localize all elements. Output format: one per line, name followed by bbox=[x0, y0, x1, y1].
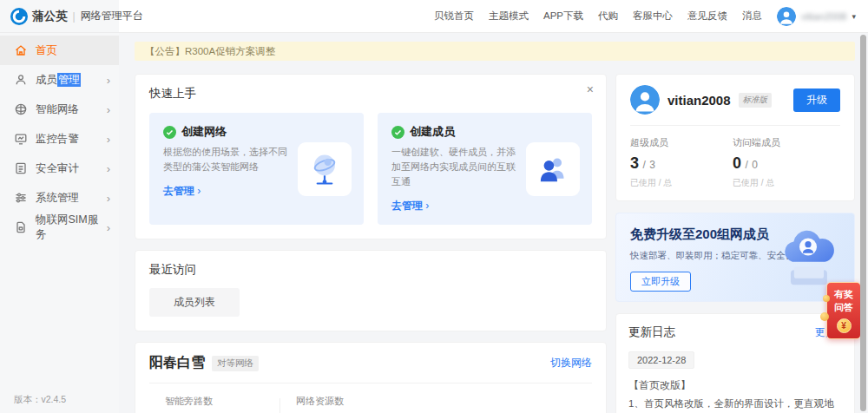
nav-oray-home[interactable]: 贝锐首页 bbox=[434, 10, 474, 23]
nav-theme-mode[interactable]: 主题模式 bbox=[489, 10, 529, 23]
chevron-right-icon: › bbox=[107, 163, 110, 174]
sidebar-item-label: 物联网SIM服务 bbox=[36, 213, 107, 242]
changelog-title: 更新日志 bbox=[628, 324, 675, 340]
version-label: 版本：v2.4.5 bbox=[14, 394, 66, 406]
nav-messages[interactable]: 消息 bbox=[742, 10, 762, 23]
sidebar-item-iot-sim[interactable]: 物联网SIM服务 › bbox=[0, 213, 119, 242]
recent-visits-card: 最近访问 成员列表 bbox=[135, 250, 607, 331]
prize-quiz-widget[interactable]: 有奖 问答 ¥ bbox=[826, 282, 861, 339]
prize-quiz-label: 有奖 bbox=[830, 288, 858, 301]
sidebar: 首页 成员管理 › 智能网络 › 监控告警 › 安全 bbox=[0, 33, 119, 413]
home-icon bbox=[14, 43, 28, 57]
stat-smart-bypass: 智能旁路数 0 bbox=[165, 395, 279, 413]
changelog-date: 2022-12-28 bbox=[628, 351, 694, 369]
audit-icon bbox=[14, 161, 28, 175]
account-card: vitian2008 标准版 升级 超级成员 3 / 3 已使用 / 总 访问端… bbox=[615, 74, 855, 201]
close-icon[interactable]: × bbox=[587, 83, 594, 95]
top-bar: 蒲公英 | 网络管理平台 贝锐首页 主题模式 APP下载 代购 客服中心 意见反… bbox=[0, 0, 868, 33]
sliders-icon bbox=[14, 191, 28, 205]
account-avatar bbox=[630, 85, 660, 115]
user-menu[interactable]: vitian2008 ▾ bbox=[777, 7, 856, 26]
logo[interactable]: 蒲公英 | 网络管理平台 bbox=[0, 0, 119, 32]
chevron-right-icon: › bbox=[107, 222, 110, 233]
upgrade-button[interactable]: 升级 bbox=[793, 88, 840, 112]
changelog-section: 【首页改版】 bbox=[628, 378, 842, 393]
main-content: 【公告】R300A促销方案调整 快速上手 × bbox=[119, 33, 868, 413]
upgrade-now-button[interactable]: 立即升级 bbox=[630, 272, 691, 292]
chevron-right-icon: › bbox=[107, 193, 110, 204]
prize-quiz-label: 问答 bbox=[830, 301, 858, 314]
product-name: 网络管理平台 bbox=[81, 9, 143, 23]
sidebar-item-smart-network[interactable]: 智能网络 › bbox=[0, 95, 119, 124]
chevron-right-icon: › bbox=[107, 134, 110, 145]
scrollbar-thumb[interactable] bbox=[860, 35, 866, 411]
quickstart-title: 快速上手 bbox=[149, 86, 592, 102]
top-nav: 贝锐首页 主题模式 APP下载 代购 客服中心 意见反馈 消息 vitian20… bbox=[434, 7, 868, 26]
network-illustration bbox=[298, 142, 352, 196]
upgrade-promo-banner[interactable]: 免费升级至200组网成员 快速部署、即装即用；稳定可靠、安全合规 立即升级 bbox=[615, 213, 855, 302]
brand-divider: | bbox=[73, 10, 76, 23]
account-username: vitian2008 bbox=[667, 93, 731, 108]
stat-client-members: 访问端成员 0 / 0 已使用 / 总 bbox=[733, 136, 835, 189]
go-manage-link[interactable]: 去管理 › bbox=[391, 200, 429, 212]
right-column: vitian2008 标准版 升级 超级成员 3 / 3 已使用 / 总 访问端… bbox=[615, 74, 855, 413]
switch-network-link[interactable]: 切换网络 bbox=[550, 356, 592, 370]
app-root: 蒲公英 | 网络管理平台 贝锐首页 主题模式 APP下载 代购 客服中心 意见反… bbox=[0, 0, 868, 413]
quickstart-create-network[interactable]: 创建网络 根据您的使用场景，选择不同类型的蒲公英智能网络 去管理 › bbox=[149, 113, 364, 225]
recent-item-member-list[interactable]: 成员列表 bbox=[149, 288, 240, 317]
network-icon bbox=[14, 102, 28, 116]
coin-icon bbox=[823, 295, 830, 302]
chevron-down-icon: ▾ bbox=[852, 12, 856, 21]
stat-network-resources: 网络资源数 0 bbox=[280, 395, 395, 413]
quickstart-item-desc: 一键创建软、硬件成员，并添加至网络内实现成员间的互联互通 bbox=[391, 145, 517, 189]
announcement-text: 【公告】R300A促销方案调整 bbox=[145, 45, 275, 58]
stat-super-members: 超级成员 3 / 3 已使用 / 总 bbox=[630, 136, 733, 189]
user-avatar bbox=[777, 7, 796, 26]
quickstart-item-title: 创建网络 bbox=[181, 124, 227, 140]
sidebar-item-label: 首页 bbox=[36, 43, 57, 58]
quickstart-create-member[interactable]: 创建成员 一键创建软、硬件成员，并添加至网络内实现成员间的互联互通 去管理 › bbox=[378, 113, 592, 225]
sidebar-item-label: 监控告警 bbox=[36, 132, 79, 147]
sidebar-item-label: 安全审计 bbox=[36, 161, 79, 176]
sidebar-item-label: 成员管理 bbox=[36, 73, 81, 88]
nav-support-center[interactable]: 客服中心 bbox=[633, 10, 673, 23]
brand-name: 蒲公英 bbox=[32, 9, 68, 24]
check-circle-icon bbox=[391, 126, 404, 139]
chevron-right-icon: › bbox=[107, 104, 110, 115]
quickstart-item-desc: 根据您的使用场景，选择不同类型的蒲公英智能网络 bbox=[163, 145, 289, 174]
chevron-right-icon: › bbox=[107, 75, 110, 86]
go-manage-link[interactable]: 去管理 › bbox=[163, 185, 201, 197]
brand-logo-icon bbox=[10, 8, 28, 25]
text-selection-highlight: 管理 bbox=[57, 73, 81, 87]
chevron-right-icon: › bbox=[425, 200, 429, 212]
sidebar-item-home[interactable]: 首页 bbox=[0, 36, 119, 65]
chevron-right-icon: › bbox=[197, 185, 201, 197]
sim-card-icon bbox=[14, 220, 28, 234]
coin-icon: ¥ bbox=[837, 318, 852, 333]
sidebar-item-system-management[interactable]: 系统管理 › bbox=[0, 183, 119, 213]
announcement-bar[interactable]: 【公告】R300A促销方案调整 bbox=[135, 42, 855, 61]
nav-feedback[interactable]: 意见反馈 bbox=[687, 10, 727, 23]
network-name: 阳春白雪 bbox=[149, 354, 205, 372]
nav-app-download[interactable]: APP下载 bbox=[543, 10, 583, 23]
sidebar-item-label: 智能网络 bbox=[36, 102, 79, 117]
nav-purchase-agent[interactable]: 代购 bbox=[598, 10, 618, 23]
quickstart-item-title: 创建成员 bbox=[410, 124, 455, 140]
members-illustration bbox=[526, 142, 580, 196]
sidebar-item-monitor-alerts[interactable]: 监控告警 › bbox=[0, 124, 119, 154]
plan-badge: 标准版 bbox=[739, 93, 773, 108]
changelog-entry: 1、首页风格改版，全新的界面设计，更直观地展现组网成员的在线状态； bbox=[628, 396, 842, 413]
user-name-redacted: vitian2008 bbox=[801, 11, 846, 22]
coin-icon bbox=[820, 312, 829, 321]
recent-visits-title: 最近访问 bbox=[149, 262, 592, 278]
sidebar-item-security-audit[interactable]: 安全审计 › bbox=[0, 154, 119, 183]
network-overview-card: 阳春白雪 对等网络 切换网络 智能旁路数 0 网络资源数 0 bbox=[135, 342, 607, 413]
sidebar-item-label: 系统管理 bbox=[36, 191, 79, 206]
changelog-card: 更新日志 更多 › 2022-12-28 【首页改版】 1、首页风格改版，全新的… bbox=[615, 313, 855, 413]
network-type-badge: 对等网络 bbox=[212, 356, 259, 371]
sidebar-item-members[interactable]: 成员管理 › bbox=[0, 65, 119, 95]
member-icon bbox=[14, 73, 28, 87]
check-circle-icon bbox=[163, 126, 176, 139]
quickstart-card: 快速上手 × 创建网络 根据您的使用场景，选择不 bbox=[135, 74, 607, 239]
monitor-icon bbox=[14, 132, 28, 146]
